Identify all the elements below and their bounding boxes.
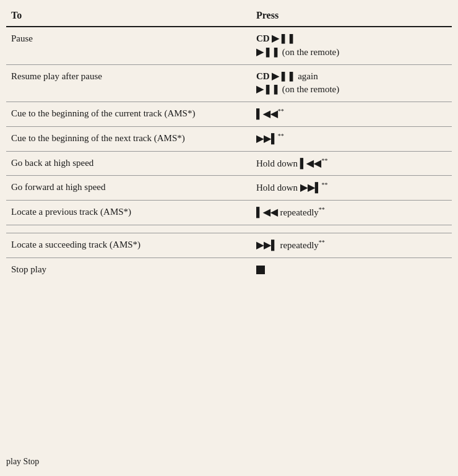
press-cell: ▶▶▌**: [251, 126, 452, 151]
to-cell: Stop play: [6, 257, 251, 281]
to-cell: Go back at high speed: [6, 151, 251, 176]
to-cell: Pause: [6, 27, 251, 64]
table-row: Locate a succeeding track (AMS*)▶▶▌ repe…: [6, 233, 452, 257]
press-cell: Hold down ▌◀◀**: [251, 151, 452, 176]
press-cell: ▶▶▌ repeatedly**: [251, 233, 452, 257]
to-cell: Locate a previous track (AMS*): [6, 201, 251, 225]
to-cell: Locate a succeeding track (AMS*): [6, 233, 251, 257]
press-cell: ▌◀◀**: [251, 102, 452, 127]
press-cell: CD ▶❚❚▶❚❚ (on the remote): [251, 27, 452, 64]
table-row: Stop play: [6, 257, 452, 281]
bottom-bar: play Stop: [0, 448, 124, 476]
press-cell: CD ▶❚❚ again▶❚❚ (on the remote): [251, 64, 452, 102]
press-cell: [251, 257, 452, 281]
table-row: PauseCD ▶❚❚▶❚❚ (on the remote): [6, 27, 452, 64]
play-stop-label: play Stop: [6, 457, 39, 467]
to-cell: Resume play after pause: [6, 64, 251, 102]
table-row: Cue to the beginning of the next track (…: [6, 126, 452, 151]
table-row: Go forward at high speedHold down ▶▶▌**: [6, 176, 452, 201]
table-row: Resume play after pauseCD ▶❚❚ again▶❚❚ (…: [6, 64, 452, 102]
col-header-press: Press: [251, 6, 452, 27]
table-row: Go back at high speedHold down ▌◀◀**: [6, 151, 452, 176]
press-cell: Hold down ▶▶▌**: [251, 176, 452, 201]
press-cell: ▌◀◀ repeatedly**: [251, 201, 452, 225]
table-row: Cue to the beginning of the current trac…: [6, 102, 452, 127]
page-container: To Press PauseCD ▶❚❚▶❚❚ (on the remote)R…: [0, 0, 458, 476]
spacer-row: [6, 225, 452, 233]
to-cell: Go forward at high speed: [6, 176, 251, 201]
instructions-table: To Press PauseCD ▶❚❚▶❚❚ (on the remote)R…: [6, 6, 452, 281]
to-cell: Cue to the beginning of the next track (…: [6, 126, 251, 151]
col-header-to: To: [6, 6, 251, 27]
table-row: Locate a previous track (AMS*)▌◀◀ repeat…: [6, 201, 452, 225]
to-cell: Cue to the beginning of the current trac…: [6, 102, 251, 127]
